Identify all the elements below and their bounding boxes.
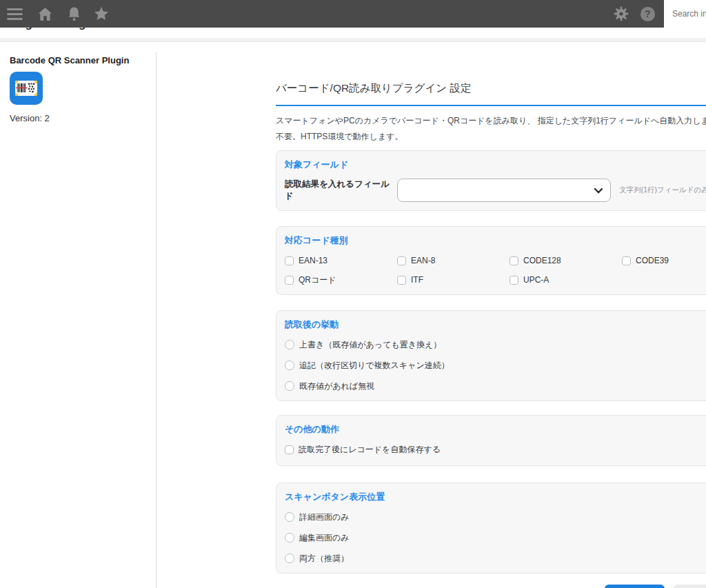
checkbox-label: 読取完了後にレコードを自動保存する bbox=[299, 443, 441, 456]
action-buttons-row: 設定を保存 キャンセル bbox=[276, 585, 706, 588]
checkbox-ean8[interactable]: EAN-8 bbox=[397, 254, 510, 267]
star-icon bbox=[93, 6, 110, 21]
checkbox-label: EAN-8 bbox=[411, 254, 435, 267]
section-other-behavior: その他の動作 読取完了後にレコードを自動保存する bbox=[276, 415, 706, 466]
section-code-types: 対応コード種別 EAN-13 EAN-8 CODE128 CODE39 QRコー… bbox=[276, 226, 706, 295]
sidebar-divider bbox=[156, 52, 157, 588]
checkbox-icon bbox=[510, 276, 518, 285]
checkbox-code39[interactable]: CODE39 bbox=[622, 254, 706, 267]
section-heading-target-field: 対象フィールド bbox=[285, 159, 706, 170]
checkbox-icon bbox=[285, 445, 294, 454]
radio-detail-screen-only[interactable]: 詳細画面のみ bbox=[285, 511, 706, 523]
section-heading-after-scan: 読取後の挙動 bbox=[285, 319, 706, 330]
home-button[interactable] bbox=[37, 7, 53, 21]
home-icon bbox=[37, 7, 53, 21]
target-field-note: 文字列(1行)フィールドのみ選択 bbox=[619, 185, 706, 195]
hamburger-icon bbox=[7, 8, 23, 20]
svg-text:?: ? bbox=[645, 8, 651, 19]
bell-icon bbox=[66, 6, 82, 21]
help-button[interactable]: ? bbox=[640, 6, 656, 22]
radio-label: 上書き（既存値があっても置き換え） bbox=[299, 338, 441, 351]
checkbox-label: EAN-13 bbox=[299, 254, 327, 267]
cancel-button[interactable]: キャンセル bbox=[673, 585, 706, 588]
checkbox-label: ITF bbox=[411, 274, 423, 286]
checkbox-upca[interactable]: UPC-A bbox=[510, 274, 622, 286]
section-heading-button-position: スキャンボタン表示位置 bbox=[285, 491, 706, 503]
checkbox-icon bbox=[285, 256, 294, 265]
checkbox-auto-save[interactable]: 読取完了後にレコードを自動保存する bbox=[285, 443, 706, 456]
checkbox-icon bbox=[622, 256, 631, 265]
help-icon: ? bbox=[640, 6, 656, 22]
radio-overwrite[interactable]: 上書き（既存値があっても置き換え） bbox=[285, 338, 706, 351]
radio-label: 両方（推奨） bbox=[299, 552, 349, 565]
hamburger-menu-button[interactable] bbox=[7, 8, 23, 20]
radio-icon bbox=[285, 361, 294, 370]
target-field-select[interactable] bbox=[397, 179, 611, 202]
section-target-field: 対象フィールド 読取結果を入れるフィールド 文字列(1行)フィールドのみ選択 bbox=[276, 150, 706, 211]
radio-ignore-existing[interactable]: 既存値があれば無視 bbox=[285, 380, 706, 392]
radio-append[interactable]: 追記（改行区切りで複数スキャン連続） bbox=[285, 359, 706, 372]
favorites-button[interactable] bbox=[93, 6, 110, 21]
chevron-down-icon bbox=[594, 188, 603, 194]
plugin-settings-panel: バーコード/QR読み取りプラグイン 設定 スマートフォンやPCのカメラでバーコー… bbox=[276, 43, 706, 588]
plugin-sidebar: Barcode QR Scanner Plugin bbox=[0, 43, 156, 588]
section-button-position: スキャンボタン表示位置 詳細画面のみ 編集画面のみ 両方（推奨） bbox=[276, 483, 706, 574]
checkbox-icon bbox=[397, 256, 406, 265]
section-heading-other-behavior: その他の動作 bbox=[285, 424, 706, 435]
radio-icon bbox=[285, 554, 294, 563]
header-divider bbox=[0, 38, 706, 42]
target-field-label: 読取結果を入れるフィールド bbox=[285, 179, 397, 202]
plugin-version: Version: 2 bbox=[10, 113, 156, 123]
checkbox-label: CODE39 bbox=[636, 254, 669, 267]
notifications-button[interactable] bbox=[66, 6, 82, 21]
checkbox-label: QRコード bbox=[299, 274, 336, 286]
checkbox-code128[interactable]: CODE128 bbox=[510, 254, 622, 267]
radio-icon bbox=[285, 381, 294, 391]
section-heading-code-types: 対応コード種別 bbox=[285, 235, 706, 246]
checkbox-label: UPC-A bbox=[523, 274, 549, 286]
settings-button[interactable] bbox=[613, 6, 629, 22]
checkbox-icon bbox=[397, 276, 406, 285]
section-after-scan: 読取後の挙動 上書き（既存値があっても置き換え） 追記（改行区切りで複数スキャン… bbox=[276, 310, 706, 401]
plugin-icon bbox=[10, 72, 43, 105]
page-title: バーコード/QR読み取りプラグイン 設定 bbox=[276, 81, 706, 96]
radio-icon bbox=[285, 512, 294, 522]
checkbox-label: CODE128 bbox=[523, 254, 561, 267]
description-line-1: スマートフォンやPCのカメラでバーコード・QRコードを読み取り、 指定した文字列… bbox=[276, 113, 706, 129]
radio-label: 編集画面のみ bbox=[299, 531, 350, 544]
plugin-name: Barcode QR Scanner Plugin bbox=[10, 55, 156, 66]
description-line-2: 不要。HTTPS環境で動作します。 bbox=[276, 129, 706, 145]
radio-both-recommended[interactable]: 両方（推奨） bbox=[285, 552, 706, 565]
title-underline bbox=[276, 105, 706, 106]
radio-icon bbox=[285, 340, 294, 349]
checkbox-icon bbox=[285, 276, 294, 285]
checkbox-icon bbox=[510, 256, 518, 265]
plugin-description: スマートフォンやPCのカメラでバーコード・QRコードを読み取り、 指定した文字列… bbox=[276, 113, 706, 145]
checkbox-qrcode[interactable]: QRコード bbox=[285, 274, 397, 286]
checkbox-itf[interactable]: ITF bbox=[397, 274, 510, 286]
radio-label: 詳細画面のみ bbox=[299, 511, 350, 523]
scan-line bbox=[16, 88, 28, 89]
radio-label: 既存値があれば無視 bbox=[299, 380, 374, 392]
radio-edit-screen-only[interactable]: 編集画面のみ bbox=[285, 531, 706, 544]
top-navigation-bar: ? Search in bbox=[0, 0, 706, 28]
checkbox-ean13[interactable]: EAN-13 bbox=[285, 254, 397, 267]
gear-icon bbox=[613, 6, 629, 22]
radio-label: 追記（改行区切りで複数スキャン連続） bbox=[299, 359, 450, 372]
save-settings-button[interactable]: 設定を保存 bbox=[605, 585, 665, 588]
barcode-qr-icon bbox=[10, 72, 43, 105]
radio-icon bbox=[285, 533, 294, 543]
search-input[interactable]: Search in bbox=[664, 0, 706, 28]
